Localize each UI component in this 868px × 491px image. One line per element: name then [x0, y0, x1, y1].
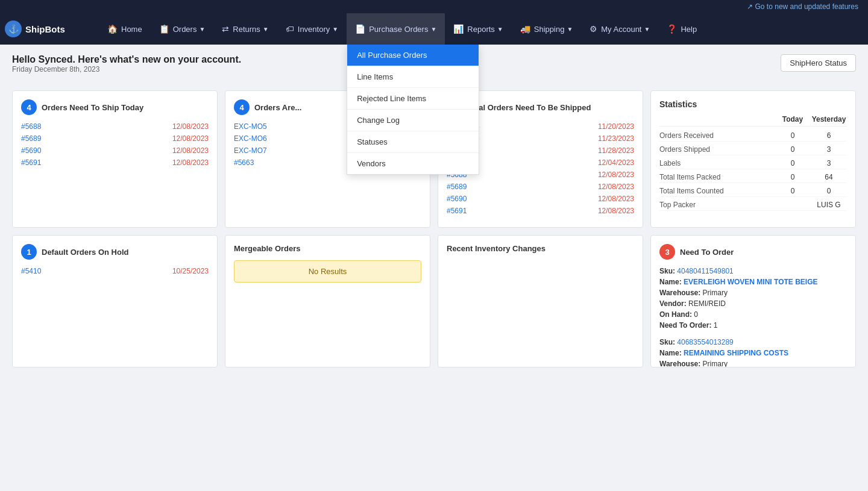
warehouse-val-2: Primary	[703, 360, 728, 367]
nav-item-inventory[interactable]: 🏷 Inventory ▼	[277, 13, 347, 45]
onhand-val-1: 0	[694, 310, 698, 319]
order-row-5689: #5689 12/08/2023	[21, 134, 209, 143]
purchase-orders-dropdown: All Purchase Orders Line Items Rejected …	[347, 45, 479, 175]
nav-item-shipping[interactable]: 🚚 Shipping ▼	[512, 13, 582, 45]
awaiting-link-exc-mo6[interactable]: EXC-MO6	[234, 134, 267, 143]
stats-col-yesterday: Yesterday	[811, 115, 847, 124]
total-date-5689: 12/08/2023	[598, 183, 634, 191]
hold-row-5410: #5410 10/25/2023	[21, 267, 209, 275]
stats-label-top-packer: Top Packer	[659, 201, 775, 209]
dropdown-item-all-purchase-orders[interactable]: All Purchase Orders	[347, 45, 479, 66]
dropdown-item-vendors[interactable]: Vendors	[347, 153, 479, 174]
sku-block-1: Sku: 40480411549801 Name: EVERLEIGH WOVE…	[659, 266, 847, 331]
name-label-1: Name:	[659, 278, 684, 286]
total-link-5690[interactable]: #5690	[447, 195, 467, 203]
order-row-5691: #5691 12/08/2023	[21, 158, 209, 167]
order-link-5691[interactable]: #5691	[21, 158, 41, 167]
nav-item-my-account[interactable]: ⚙ My Account ▼	[581, 13, 658, 45]
name-link-1[interactable]: EVERLEIGH WOVEN MINI TOTE BEIGE	[684, 278, 817, 286]
stats-row-orders-received: Orders Received 0 6	[659, 130, 847, 142]
awaiting-link-exc-mo5[interactable]: EXC-MO5	[234, 122, 267, 131]
brand[interactable]: ⚓ ShipBots	[5, 20, 89, 37]
order-date-5691: 12/08/2023	[172, 158, 209, 167]
stats-label-orders-shipped: Orders Shipped	[659, 145, 775, 154]
order-date-5688: 12/08/2023	[172, 122, 209, 131]
need-to-order-card: 3 Need To Order Sku: 40480411549801 Name…	[650, 235, 856, 367]
name-link-2[interactable]: REMAINING SHIPPING COSTS	[684, 349, 788, 357]
total-link-5691[interactable]: #5691	[447, 207, 467, 215]
stats-yesterday-labels: 3	[811, 159, 847, 167]
warehouse-row-2: Warehouse: Primary	[659, 358, 847, 367]
stats-row-labels: Labels 0 3	[659, 158, 847, 169]
hold-link-5410[interactable]: #5410	[21, 267, 41, 275]
need-val-1: 1	[714, 321, 718, 330]
purchase-orders-icon: 📄	[355, 24, 365, 34]
stats-label-labels: Labels	[659, 159, 775, 167]
nav-item-help[interactable]: ❓ Help	[658, 13, 705, 45]
nav-label-home: Home	[121, 25, 142, 34]
dropdown-item-line-items[interactable]: Line Items	[347, 66, 479, 88]
orders-awaiting-count: 4	[234, 99, 250, 115]
stats-today-items-packed: 0	[775, 173, 811, 181]
nav-item-returns[interactable]: ⇄ Returns ▼	[213, 13, 277, 45]
nav-item-purchase-orders[interactable]: 📄 Purchase Orders ▼	[347, 13, 445, 45]
nav-items: 🏠 Home 📋 Orders ▼ ⇄ Returns ▼ 🏷 Inventor…	[99, 13, 863, 45]
order-link-5688[interactable]: #5688	[21, 122, 41, 131]
total-row-5689: #5689 12/08/2023	[447, 183, 634, 191]
onhand-row-1: On Hand: 0	[659, 309, 847, 320]
vendor-label-1: Vendor:	[659, 299, 688, 308]
sku-link-2[interactable]: 40683554013289	[677, 338, 733, 346]
name-row-2: Name: REMAINING SHIPPING COSTS	[659, 348, 847, 358]
top-banner: ↗ Go to new and updated features	[0, 0, 868, 13]
nav-item-home[interactable]: 🏠 Home	[99, 13, 151, 45]
banner-link[interactable]: Go to new and updated features	[755, 2, 858, 11]
stats-row-items-packed: Total Items Packed 0 64	[659, 172, 847, 183]
dropdown-item-rejected-line-items[interactable]: Rejected Line Items	[347, 88, 479, 110]
nav-item-reports[interactable]: 📊 Reports ▼	[445, 13, 511, 45]
statistics-card: Statistics Today Yesterday Orders Receiv…	[650, 90, 856, 228]
name-label-2: Name:	[659, 349, 684, 357]
nav-label-reports: Reports	[467, 25, 495, 34]
stats-row-top-packer: Top Packer LUIS G	[659, 199, 847, 211]
stats-yesterday-items-packed: 64	[811, 173, 847, 181]
mergeable-orders-header: Mergeable Orders	[234, 244, 421, 253]
dropdown-item-change-log[interactable]: Change Log	[347, 110, 479, 131]
statistics-header: Today Yesterday	[659, 115, 847, 127]
order-link-5689[interactable]: #5689	[21, 134, 41, 143]
shiphero-status-button[interactable]: ShipHero Status	[781, 54, 856, 72]
recent-inventory-card: Recent Inventory Changes	[438, 235, 643, 367]
sku-block-2: Sku: 40683554013289 Name: REMAINING SHIP…	[659, 337, 847, 367]
stats-today-items-counted: 0	[775, 187, 811, 195]
nav-label-returns: Returns	[233, 25, 260, 34]
sku-link-1[interactable]: 40480411549801	[677, 267, 733, 275]
total-row-5690: #5690 12/08/2023	[447, 195, 634, 203]
order-date-5690: 12/08/2023	[172, 146, 209, 155]
awaiting-link-5663[interactable]: #5663	[234, 158, 254, 167]
total-link-5689[interactable]: #5689	[447, 183, 467, 191]
recent-inventory-title: Recent Inventory Changes	[447, 244, 546, 253]
stats-yesterday-top-packer: LUIS G	[811, 201, 847, 209]
nav-label-help: Help	[681, 25, 697, 34]
nav-item-purchase-orders-container: 📄 Purchase Orders ▼ All Purchase Orders …	[347, 13, 445, 45]
mergeable-no-results: No Results	[234, 260, 421, 283]
banner-icon: ↗	[747, 2, 753, 11]
account-chevron: ▼	[644, 26, 650, 33]
purchase-orders-chevron: ▼	[430, 26, 436, 33]
account-icon: ⚙	[590, 24, 597, 34]
sku-row-2: Sku: 40683554013289	[659, 337, 847, 348]
dropdown-item-statuses[interactable]: Statuses	[347, 131, 479, 153]
reports-chevron: ▼	[497, 26, 503, 33]
warehouse-label-2: Warehouse:	[659, 360, 703, 367]
shipping-chevron: ▼	[567, 26, 573, 33]
mergeable-orders-card: Mergeable Orders No Results	[225, 235, 430, 367]
sku-label-1: Sku:	[659, 267, 677, 275]
total-orders-title: Total Orders Need To Be Shipped	[467, 103, 591, 112]
order-row-5690: #5690 12/08/2023	[21, 146, 209, 155]
order-link-5690[interactable]: #5690	[21, 146, 41, 155]
warehouse-label-1: Warehouse:	[659, 289, 703, 297]
need-to-order-title: Need To Order	[680, 248, 734, 257]
stats-today-labels: 0	[775, 159, 811, 167]
nav-item-orders[interactable]: 📋 Orders ▼	[151, 13, 214, 45]
awaiting-link-exc-mo7[interactable]: EXC-MO7	[234, 146, 267, 155]
stats-label-items-counted: Total Items Counted	[659, 187, 775, 195]
